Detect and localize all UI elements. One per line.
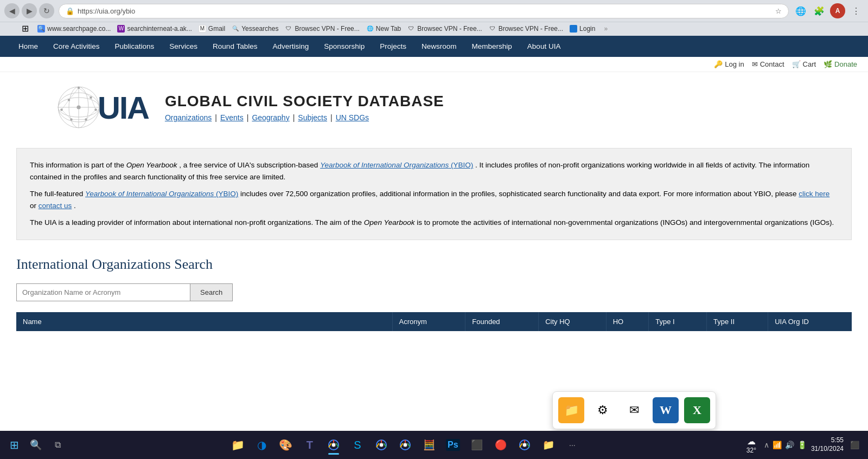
nav-about-uia[interactable]: About UIA bbox=[520, 36, 569, 57]
contact-link[interactable]: ✉ Contact bbox=[752, 60, 784, 68]
header-link-organizations[interactable]: Organizations bbox=[165, 113, 212, 122]
browser-nav-buttons: ◀ ▶ ↻ bbox=[4, 3, 54, 18]
cart-icon: 🛒 bbox=[792, 60, 801, 68]
bookmark-favicon: 🛡 bbox=[407, 25, 415, 33]
col-name[interactable]: Name bbox=[16, 312, 392, 331]
bookmark-yessearches[interactable]: 🔍 Yessearches bbox=[232, 25, 278, 33]
search-section: International Organizations Search Searc… bbox=[16, 256, 852, 331]
separator: | bbox=[215, 113, 217, 122]
globe-logo bbox=[54, 83, 103, 132]
bookmark-star-icon[interactable]: ☆ bbox=[775, 7, 782, 15]
bookmark-browsec1[interactable]: 🛡 Browsec VPN - Free... bbox=[285, 25, 359, 33]
bookmarks-more[interactable]: » bbox=[604, 25, 608, 33]
col-founded[interactable]: Founded bbox=[465, 312, 539, 331]
nav-home[interactable]: Home bbox=[11, 36, 46, 57]
nav-services[interactable]: Services bbox=[162, 36, 205, 57]
leaf-icon: 🌿 bbox=[824, 60, 832, 68]
url-text: https://uia.org/ybio bbox=[78, 7, 135, 15]
col-city-hq[interactable]: City HQ bbox=[539, 312, 607, 331]
apps-grid-icon[interactable]: ⊞ bbox=[22, 23, 29, 34]
login-link[interactable]: 🔑 Log in bbox=[714, 60, 744, 68]
bookmarks-bar: ⊞ 🔍 www.searchpage.co... W searchinterne… bbox=[0, 22, 868, 36]
bookmark-browsec2[interactable]: 🛡 Browsec VPN - Free... bbox=[407, 25, 482, 33]
nav-publications[interactable]: Publications bbox=[107, 36, 162, 57]
bookmark-gmail[interactable]: M Gmail bbox=[199, 25, 225, 33]
main-content: This information is part of the Open Yea… bbox=[0, 137, 868, 342]
bookmark-favicon: 🌐 bbox=[366, 25, 374, 33]
search-input[interactable] bbox=[16, 283, 190, 301]
page-bottom bbox=[0, 342, 868, 385]
nav-membership[interactable]: Membership bbox=[464, 36, 520, 57]
extension-icon[interactable]: 🧩 bbox=[812, 3, 827, 18]
ybio-link-2[interactable]: Yearbook of International Organizations … bbox=[85, 190, 238, 198]
site-title: GLOBAL CIVIL SOCIETY DATABASE bbox=[165, 93, 444, 110]
bookmark-label: Yessearches bbox=[241, 25, 278, 33]
bookmark-label: searchinterneat-a.ak... bbox=[127, 25, 192, 33]
separator: | bbox=[247, 113, 249, 122]
separator: | bbox=[330, 113, 333, 122]
back-button[interactable]: ◀ bbox=[4, 3, 20, 18]
cart-link[interactable]: 🛒 Cart bbox=[792, 60, 816, 68]
site-navigation: Home Core Activities Publications Servic… bbox=[0, 36, 868, 57]
browser-chrome: ◀ ▶ ↻ 🔒 https://uia.org/ybio ☆ 🌐 🧩 A ⋮ bbox=[0, 0, 868, 22]
bookmark-favicon: 🛡 bbox=[285, 25, 292, 33]
globe-icon[interactable]: 🌐 bbox=[793, 3, 808, 18]
click-here-link[interactable]: click here bbox=[799, 190, 829, 198]
bookmark-label: Login bbox=[579, 25, 595, 33]
results-table: Name Acronym Founded City HQ HO Type I T… bbox=[16, 312, 852, 331]
bookmark-browsec3[interactable]: 🛡 Browsec VPN - Free... bbox=[489, 25, 563, 33]
nav-core-activities[interactable]: Core Activities bbox=[46, 36, 107, 57]
header-link-subjects[interactable]: Subjects bbox=[298, 113, 327, 122]
bookmark-newtab[interactable]: 🌐 New Tab bbox=[366, 25, 401, 33]
address-bar[interactable]: 🔒 https://uia.org/ybio ☆ bbox=[59, 4, 789, 18]
ybio-link-1[interactable]: Yearbook of International Organizations … bbox=[320, 161, 473, 169]
menu-icon[interactable]: ⋮ bbox=[848, 3, 864, 18]
separator: | bbox=[293, 113, 295, 122]
svg-point-20 bbox=[78, 87, 80, 89]
col-uia-org-id[interactable]: UIA Org ID bbox=[768, 312, 852, 331]
col-type-2[interactable]: Type II bbox=[707, 312, 768, 331]
bookmark-label: Browsec VPN - Free... bbox=[417, 25, 482, 33]
bookmark-favicon: 👤 bbox=[570, 25, 577, 33]
lock-icon: 🔒 bbox=[66, 7, 74, 15]
browser-actions: 🌐 🧩 A ⋮ bbox=[793, 3, 864, 18]
bookmark-favicon: 🔍 bbox=[37, 25, 45, 33]
header-link-geography[interactable]: Geography bbox=[252, 113, 289, 122]
search-title: International Organizations Search bbox=[16, 256, 852, 273]
svg-line-11 bbox=[62, 110, 72, 120]
top-bar: 🔑 Log in ✉ Contact 🛒 Cart 🌿 Donate bbox=[0, 57, 868, 72]
svg-point-6 bbox=[76, 105, 80, 109]
svg-point-18 bbox=[70, 118, 73, 121]
bookmark-favicon: 🛡 bbox=[489, 25, 496, 33]
forward-button[interactable]: ▶ bbox=[22, 3, 37, 18]
nav-round-tables[interactable]: Round Tables bbox=[205, 36, 265, 57]
nav-projects[interactable]: Projects bbox=[372, 36, 414, 57]
contact-us-link[interactable]: contact us bbox=[39, 202, 72, 210]
bookmark-login[interactable]: 👤 Login bbox=[570, 25, 595, 33]
bookmark-favicon: 🔍 bbox=[232, 25, 239, 33]
header-link-un-sdgs[interactable]: UN SDGs bbox=[336, 113, 369, 122]
bookmark-searchpage[interactable]: 🔍 www.searchpage.co... bbox=[37, 25, 111, 33]
profile-icon[interactable]: A bbox=[830, 3, 845, 18]
login-icon: 🔑 bbox=[714, 60, 723, 68]
header-text: GLOBAL CIVIL SOCIETY DATABASE Organizati… bbox=[165, 93, 444, 122]
logo-area: UIA bbox=[54, 83, 149, 132]
header-link-events[interactable]: Events bbox=[220, 113, 244, 122]
col-ho[interactable]: HO bbox=[606, 312, 649, 331]
bookmark-searchinterneat[interactable]: W searchinterneat-a.ak... bbox=[117, 25, 192, 33]
nav-advertising[interactable]: Advertising bbox=[265, 36, 316, 57]
svg-point-16 bbox=[68, 99, 71, 101]
bookmark-label: New Tab bbox=[376, 25, 401, 33]
col-type-1[interactable]: Type I bbox=[649, 312, 707, 331]
reload-button[interactable]: ↻ bbox=[39, 3, 54, 18]
header-links: Organizations | Events | Geography | Sub… bbox=[165, 113, 444, 122]
nav-newsroom[interactable]: Newsroom bbox=[414, 36, 464, 57]
col-acronym[interactable]: Acronym bbox=[392, 312, 465, 331]
search-button[interactable]: Search bbox=[190, 283, 233, 301]
envelope-icon: ✉ bbox=[752, 60, 758, 68]
info-para-1: This information is part of the Open Yea… bbox=[30, 159, 838, 183]
bookmark-favicon: M bbox=[199, 25, 206, 33]
bookmark-favicon: W bbox=[117, 25, 125, 33]
nav-sponsorship[interactable]: Sponsorship bbox=[316, 36, 372, 57]
donate-link[interactable]: 🌿 Donate bbox=[824, 60, 857, 68]
